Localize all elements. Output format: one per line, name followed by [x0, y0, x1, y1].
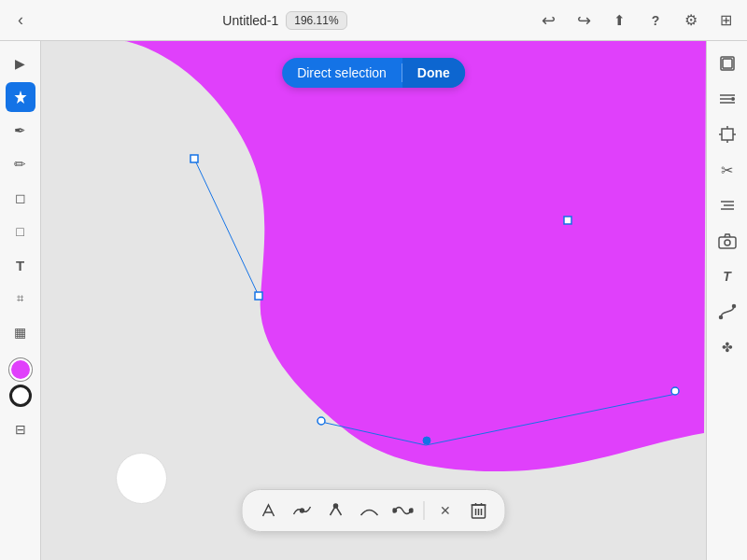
context-toolbar: ✕: [242, 489, 506, 532]
artboard-icon[interactable]: [712, 119, 742, 149]
symmetric-anchor-button[interactable]: [388, 496, 418, 525]
smooth-anchor-button[interactable]: [288, 496, 317, 525]
anchor-point-4[interactable]: [564, 217, 571, 224]
handle-line-1: [195, 161, 260, 298]
svg-point-22: [410, 509, 414, 512]
done-button[interactable]: Done: [402, 58, 465, 88]
convert-anchor-button[interactable]: [355, 496, 385, 525]
anchor-point-2[interactable]: [255, 292, 262, 300]
selection-tool[interactable]: ▶: [6, 49, 35, 78]
svg-point-16: [719, 316, 722, 319]
main-shape[interactable]: [125, 41, 706, 471]
svg-point-20: [334, 504, 338, 508]
text-style-icon[interactable]: T: [712, 261, 742, 291]
transform-icon[interactable]: ✤: [712, 332, 742, 362]
settings-button[interactable]: ⚙: [678, 7, 704, 34]
svg-point-17: [732, 305, 735, 308]
eraser-tool[interactable]: ◻: [6, 183, 35, 213]
handle-endpoint-2[interactable]: [671, 387, 679, 395]
document-title: Untitled-1: [222, 13, 278, 28]
properties-icon[interactable]: [712, 84, 742, 114]
svg-point-15: [725, 240, 730, 245]
direct-selection-button[interactable]: Direct selection: [282, 58, 402, 88]
svg-point-19: [301, 509, 304, 512]
export-button[interactable]: ⬆: [607, 7, 633, 34]
handle-endpoint-1[interactable]: [423, 437, 430, 444]
add-anchor-button[interactable]: [254, 496, 284, 525]
layers-icon[interactable]: [712, 49, 742, 78]
anchor-point-1[interactable]: [190, 155, 198, 162]
pen-tool[interactable]: ✒: [6, 116, 35, 146]
svg-rect-6: [722, 129, 733, 140]
svg-point-21: [393, 509, 397, 512]
direct-selection-tool[interactable]: [6, 82, 35, 112]
curve-icon[interactable]: [712, 297, 742, 327]
context-divider: [424, 501, 425, 520]
fill-color-swatch[interactable]: [9, 358, 32, 381]
help-button[interactable]: ?: [642, 7, 669, 34]
stroke-color-swatch[interactable]: [9, 385, 32, 407]
svg-point-5: [731, 97, 735, 101]
redo-button[interactable]: ↪: [571, 7, 598, 34]
zoom-level[interactable]: 196.11%: [286, 11, 346, 30]
shape-tool[interactable]: □: [6, 217, 35, 246]
color-preview-circle: [116, 453, 167, 504]
align-right-icon[interactable]: [712, 190, 742, 220]
camera-icon[interactable]: [712, 226, 742, 256]
right-toolbar: ✂ T ✤: [706, 41, 747, 560]
delete-anchor-button[interactable]: [464, 496, 494, 525]
crop-tool[interactable]: ⌗: [6, 284, 35, 314]
pencil-tool[interactable]: ✏: [6, 149, 35, 179]
undo-button[interactable]: ↩: [536, 7, 562, 34]
layers-panel-button[interactable]: ⊞: [713, 7, 740, 34]
anchor-point-3[interactable]: [317, 417, 325, 425]
text-tool[interactable]: T: [6, 250, 35, 280]
image-tool[interactable]: ▦: [6, 317, 35, 347]
left-toolbar: ▶ ✒ ✏ ◻ □ T ⌗ ▦ ⊟: [0, 41, 41, 560]
top-bar: ‹ Untitled-1 196.11% ↩ ↪ ⬆ ? ⚙ ⊞: [0, 0, 747, 41]
svg-rect-1: [723, 59, 732, 68]
back-button[interactable]: ‹: [7, 7, 34, 34]
corner-anchor-button[interactable]: [321, 496, 351, 525]
svg-rect-14: [719, 237, 736, 248]
canvas-area[interactable]: Direct selection Done: [41, 41, 706, 560]
cut-icon[interactable]: ✂: [712, 155, 742, 185]
disconnect-anchor-button[interactable]: ✕: [430, 496, 460, 525]
selection-mode-pill: Direct selection Done: [282, 58, 465, 88]
align-tool[interactable]: ⊟: [6, 414, 35, 444]
